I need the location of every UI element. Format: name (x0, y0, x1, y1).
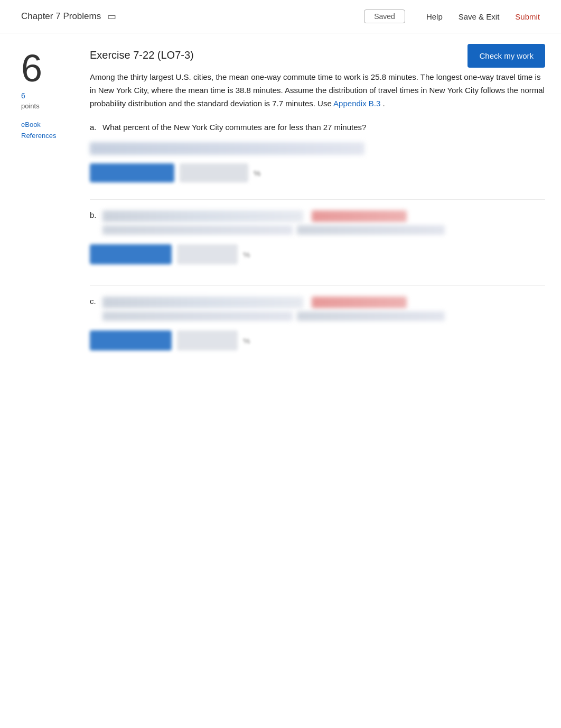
part-a-input-row: % (90, 163, 545, 182)
problem-number-large: 6 (21, 49, 74, 87)
references-link[interactable]: References (21, 132, 74, 140)
blurred-field-b (177, 244, 238, 264)
help-link[interactable]: Help (426, 12, 443, 21)
blurred-highlight-b1 (312, 210, 407, 222)
page-header: Chapter 7 Problems ▭ Saved Help Save & E… (0, 0, 561, 33)
part-c-label: c. (90, 297, 99, 306)
problem-text-content: Among the thirty largest U.S. cities, th… (90, 72, 545, 108)
blurred-btn-c (90, 330, 172, 351)
part-a-question-text: What percent of the New York City commut… (102, 123, 366, 132)
blurred-sub-text-c1 (102, 297, 303, 308)
blurred-input-a (90, 163, 174, 182)
part-a-label: a. (90, 123, 99, 132)
part-a-question: a. What percent of the New York City com… (90, 123, 545, 132)
blurred-field-a (180, 163, 248, 182)
save-exit-link[interactable]: Save & Exit (459, 12, 500, 21)
blurred-sub-text-c3 (297, 311, 445, 321)
blurred-field-c (177, 330, 238, 351)
blurred-sub-text-c2 (102, 311, 293, 321)
saved-badge: Saved (364, 10, 405, 23)
percent-symbol-b: % (243, 250, 250, 259)
percent-symbol-a: % (254, 169, 260, 178)
blurred-sub-text-b3 (297, 225, 445, 235)
part-c-input-row: % (90, 330, 545, 351)
blurred-sub-text-b1 (102, 210, 303, 222)
blurred-highlight-c1 (312, 297, 407, 308)
part-a-answer-section: % (90, 142, 545, 182)
part-b-input-row: % (90, 244, 545, 264)
blurred-answer-text-a (90, 142, 364, 155)
problem-text: Among the thirty largest U.S. cities, th… (90, 71, 545, 110)
blurred-btn-b (90, 244, 172, 264)
page-title: Chapter 7 Problems (21, 11, 101, 22)
main-container: 6 6 points eBook References Check my wor… (0, 33, 561, 382)
part-c-question-row: c. (90, 297, 545, 323)
points-label: points (21, 102, 74, 110)
content-area: Check my work Exercise 7-22 (LO7-3) Amon… (85, 44, 561, 372)
appendix-link[interactable]: Appendix B.3 (333, 99, 380, 108)
bookmark-icon[interactable]: ▭ (107, 11, 116, 22)
part-b-label: b. (90, 210, 99, 219)
check-my-work-button[interactable]: Check my work (467, 44, 545, 68)
submit-link[interactable]: Submit (515, 12, 540, 21)
ebook-link[interactable]: eBook (21, 121, 74, 128)
blurred-sub-text-b2 (102, 225, 293, 235)
divider-2 (90, 285, 545, 286)
divider-1 (90, 199, 545, 200)
header-nav: Help Save & Exit Submit (426, 12, 540, 21)
part-b-question-row: b. (90, 210, 545, 237)
points-value: 6 (21, 91, 74, 100)
part-c-block: c. % (90, 297, 545, 351)
problem-text-end: . (383, 99, 385, 108)
sidebar: 6 6 points eBook References (0, 44, 85, 372)
percent-symbol-c: % (243, 336, 250, 345)
part-b-block: b. % (90, 210, 545, 264)
